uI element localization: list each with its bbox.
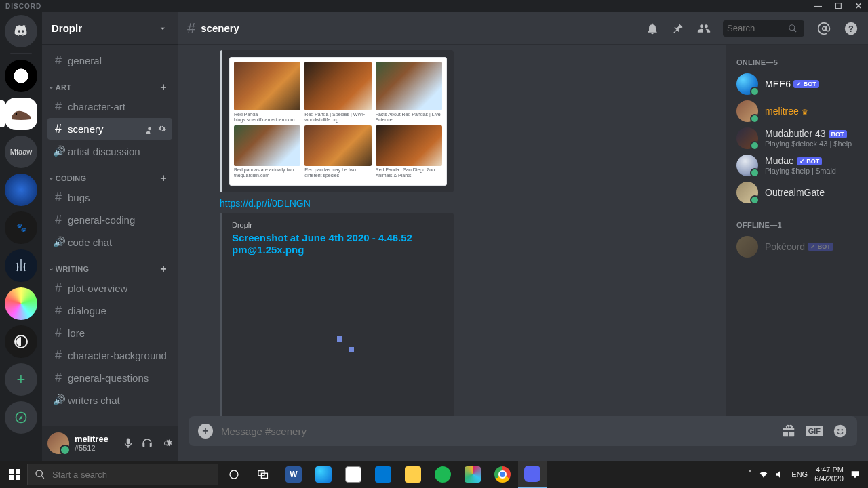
server-icon-mfaaw[interactable]: Mfaaw: [5, 136, 37, 168]
current-user-info[interactable]: melitree #5512: [75, 434, 117, 452]
member-row[interactable]: OutrealmGate: [731, 179, 863, 206]
explore-servers-button[interactable]: [5, 401, 37, 434]
channel-general-coding[interactable]: #general-coding: [47, 209, 172, 230]
message-list[interactable]: Red Pandablogs.scientificamerican.com Re…: [178, 45, 726, 416]
member-row[interactable]: melitree♛: [731, 98, 863, 125]
category-art[interactable]: ART +: [42, 72, 178, 95]
tray-notifications-icon[interactable]: [850, 470, 860, 479]
server-icon-3[interactable]: [5, 174, 37, 206]
member-row[interactable]: MEE6BOT: [731, 70, 863, 98]
taskbar-search[interactable]: [27, 464, 218, 485]
image-thumbnail[interactable]: Red pandas are actually two...theguardia…: [234, 125, 300, 178]
embed-image-search: Red Pandablogs.scientificamerican.com Re…: [220, 50, 454, 192]
server-icon-selected[interactable]: [5, 98, 37, 130]
emoji-button[interactable]: [833, 424, 848, 439]
hash-icon: #: [53, 326, 64, 340]
search-box[interactable]: [723, 20, 804, 37]
image-thumbnail[interactable]: Red Panda | San Diego Zoo Animals & Plan…: [376, 125, 442, 178]
user-settings-button[interactable]: [160, 437, 172, 449]
image-thumbnail[interactable]: Red Panda | Species | WWFworldwildlife.o…: [304, 62, 371, 123]
tray-language[interactable]: ENG: [791, 470, 808, 479]
server-icon-6[interactable]: [5, 287, 37, 320]
maximize-button[interactable]: ☐: [835, 1, 843, 11]
taskbar-search-input[interactable]: [52, 470, 211, 480]
channel-lore[interactable]: #lore: [47, 322, 172, 344]
image-thumbnail[interactable]: Red pandas may be two different speciesc…: [304, 125, 371, 178]
channel-writers-chat[interactable]: 🔊writers chat: [47, 389, 172, 411]
pinned-messages-button[interactable]: [671, 22, 685, 35]
minimize-button[interactable]: —: [814, 1, 823, 11]
tray-chevron-icon[interactable]: ˄: [748, 470, 752, 479]
task-view-button[interactable]: [220, 461, 248, 488]
category-writing[interactable]: WRITING +: [42, 253, 178, 277]
speaker-icon: 🔊: [53, 236, 64, 248]
cortana-button[interactable]: [250, 461, 278, 488]
members-online-header: ONLINE—5: [731, 56, 863, 70]
tray-volume-icon[interactable]: [775, 470, 785, 479]
taskbar-app-chrome[interactable]: [488, 461, 517, 488]
attach-button[interactable]: +: [198, 424, 213, 439]
tray-network-icon[interactable]: [759, 470, 768, 479]
gear-icon[interactable]: [157, 124, 167, 134]
deafen-button[interactable]: [141, 437, 153, 449]
channel-character-background[interactable]: #character-background: [47, 344, 172, 366]
channel-general[interactable]: # general: [47, 49, 172, 71]
message-link[interactable]: https://d.pr/i/0DLNGN: [220, 198, 712, 209]
help-button[interactable]: ?: [844, 21, 859, 36]
channel-code-chat[interactable]: 🔊code chat: [47, 231, 172, 253]
gif-button[interactable]: GIF: [806, 426, 823, 436]
message-input[interactable]: [221, 426, 773, 437]
taskbar-app-discord[interactable]: [518, 461, 547, 488]
member-row[interactable]: PokécordBOT: [731, 233, 863, 260]
user-panel: melitree #5512: [42, 426, 178, 461]
add-server-button[interactable]: +: [5, 363, 37, 396]
add-channel-button[interactable]: +: [160, 263, 172, 275]
invite-icon[interactable]: [145, 124, 155, 134]
close-button[interactable]: ✕: [855, 1, 863, 11]
member-row[interactable]: Mudabutler 43BOTPlaying $delock 43 | $he…: [731, 125, 863, 152]
channel-plot-overview[interactable]: #plot-overview: [47, 277, 172, 299]
channel-bugs[interactable]: #bugs: [47, 186, 172, 208]
current-user-avatar[interactable]: [47, 432, 69, 454]
server-icon-1[interactable]: [5, 60, 37, 92]
taskbar-app-mail[interactable]: [369, 461, 397, 488]
taskbar-app-slack[interactable]: [458, 461, 487, 488]
start-button[interactable]: [4, 464, 26, 485]
mentions-button[interactable]: [816, 21, 831, 36]
category-coding[interactable]: CODING +: [42, 163, 178, 186]
embed-loading: [232, 256, 444, 416]
taskbar-app-word[interactable]: W: [279, 461, 308, 488]
mute-button[interactable]: [122, 437, 134, 449]
gift-button[interactable]: [781, 424, 796, 439]
home-button[interactable]: [5, 15, 37, 47]
server-header[interactable]: Droplr: [42, 12, 178, 45]
taskbar-app-store[interactable]: [339, 461, 368, 488]
member-row[interactable]: MudaeBOTPlaying $help | $maid: [731, 152, 863, 179]
add-channel-button[interactable]: +: [160, 172, 172, 184]
channel-artist-discussion[interactable]: 🔊artist discussion: [47, 140, 172, 162]
channel-character-art[interactable]: #character-art: [47, 96, 172, 117]
server-icon-4[interactable]: 🐾: [5, 211, 37, 244]
channel-list[interactable]: # general ART + #character-art # scenery…: [42, 45, 178, 426]
notifications-button[interactable]: [646, 22, 659, 35]
tray-clock[interactable]: 4:47 PM 6/4/2020: [814, 466, 844, 483]
taskbar-app-explorer[interactable]: [399, 461, 427, 488]
embed-title-link[interactable]: Screenshot at June 4th 2020 - 4.46.52 pm…: [232, 232, 412, 256]
system-tray[interactable]: ˄ ENG 4:47 PM 6/4/2020: [748, 466, 864, 483]
server-icon-7[interactable]: [5, 325, 37, 358]
member-list[interactable]: ONLINE—5 MEE6BOT melitree♛ Mudabutler 43…: [726, 45, 868, 416]
search-input[interactable]: [727, 23, 788, 33]
channel-general-questions[interactable]: #general-questions: [47, 367, 172, 388]
image-thumbnail[interactable]: Facts About Red Pandas | Live Scienceliv…: [376, 62, 442, 123]
taskbar-app-spotify[interactable]: [429, 461, 457, 488]
chat-input[interactable]: + GIF: [189, 416, 857, 446]
server-icon-5[interactable]: [5, 249, 37, 282]
taskbar-app-edge[interactable]: [309, 461, 338, 488]
add-channel-button[interactable]: +: [160, 81, 172, 94]
image-thumbnail[interactable]: Red Pandablogs.scientificamerican.com: [234, 62, 300, 123]
member-list-toggle[interactable]: [697, 22, 711, 35]
svg-rect-8: [9, 469, 14, 474]
channel-dialogue[interactable]: #dialogue: [47, 300, 172, 321]
channel-scenery[interactable]: # scenery: [47, 118, 172, 140]
windows-taskbar: W ˄ ENG 4:47 PM 6/4/2020: [0, 461, 868, 488]
